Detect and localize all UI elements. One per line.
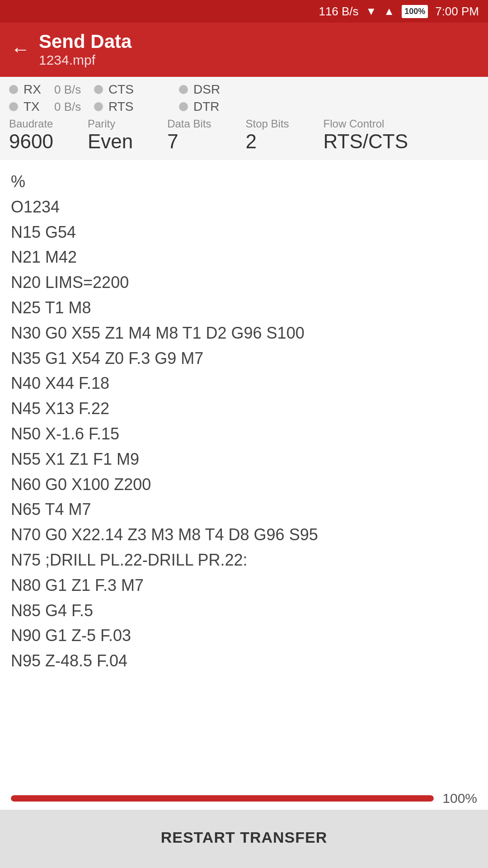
signal-icon: ▲ <box>384 5 394 18</box>
code-line: N55 X1 Z1 F1 M9 <box>11 447 477 472</box>
code-line: N40 X44 F.18 <box>11 371 477 396</box>
tx-indicator <box>9 102 18 111</box>
cts-indicator <box>94 85 103 94</box>
code-line: N25 T1 M8 <box>11 295 477 321</box>
code-line: O1234 <box>11 194 477 220</box>
databits-label: Data Bits <box>167 118 211 130</box>
code-line: N95 Z-48.5 F.04 <box>11 648 477 674</box>
code-line: N15 G54 <box>11 220 477 245</box>
parity-group: Parity Even <box>88 118 133 153</box>
code-line: N80 G1 Z1 F.3 M7 <box>11 573 477 598</box>
app-bar: ← Send Data 1234.mpf <box>0 23 488 77</box>
code-line: N45 X13 F.22 <box>11 396 477 421</box>
code-line: N30 G0 X55 Z1 M4 M8 T1 D2 G96 S100 <box>11 321 477 346</box>
baudrate-group: Baudrate 9600 <box>9 118 53 153</box>
rts-indicator <box>94 102 103 111</box>
databits-group: Data Bits 7 <box>167 118 211 153</box>
serial-settings: Baudrate 9600 Parity Even Data Bits 7 St… <box>0 114 488 160</box>
cts-label: CTS <box>108 82 136 97</box>
parity-value: Even <box>88 130 133 153</box>
tx-label: TX <box>23 99 51 114</box>
rts-label: RTS <box>108 99 136 114</box>
status-bar: 116 B/s ▼ ▲ 100% 7:00 PM <box>0 0 488 23</box>
flowcontrol-group: Flow Control RTS/CTS <box>324 118 408 153</box>
app-bar-subtitle: 1234.mpf <box>39 52 131 68</box>
code-line: N70 G0 X22.14 Z3 M3 M8 T4 D8 G96 S95 <box>11 522 477 547</box>
baudrate-label: Baudrate <box>9 118 53 130</box>
code-line: N50 X-1.6 F.15 <box>11 421 477 447</box>
serial-indicators: RX 0 B/s CTS DSR TX 0 B/s RTS DTR <box>0 77 488 114</box>
code-line: N20 LIMS=2200 <box>11 270 477 295</box>
code-line: % <box>11 169 477 194</box>
code-line: N35 G1 X54 Z0 F.3 G9 M7 <box>11 346 477 371</box>
baudrate-value: 9600 <box>9 130 53 153</box>
code-line: N65 T4 M7 <box>11 497 477 522</box>
bottom-button-area: RESTART TRANSFER <box>0 810 488 868</box>
flowcontrol-value: RTS/CTS <box>324 130 408 153</box>
rx-label: RX <box>23 82 51 97</box>
rx-indicator <box>9 85 18 94</box>
dtr-indicator <box>179 102 188 111</box>
stopbits-group: Stop Bits 2 <box>246 118 289 153</box>
dsr-label: DSR <box>193 82 221 97</box>
stopbits-label: Stop Bits <box>246 118 289 130</box>
battery-icon: 100% <box>402 5 428 18</box>
code-content-area: %O1234N15 G54N21 M42N20 LIMS=2200N25 T1 … <box>0 160 488 783</box>
progress-label: 100% <box>441 791 477 806</box>
app-bar-title: Send Data <box>39 31 131 52</box>
progress-area: 100% <box>0 783 488 810</box>
app-bar-titles: Send Data 1234.mpf <box>39 31 131 68</box>
rx-speed: 0 B/s <box>54 83 90 97</box>
restart-transfer-button[interactable]: RESTART TRANSFER <box>11 818 477 857</box>
flowcontrol-label: Flow Control <box>324 118 408 130</box>
back-button[interactable]: ← <box>11 40 30 59</box>
network-speed: 116 B/s <box>319 5 358 19</box>
tx-speed: 0 B/s <box>54 100 90 114</box>
dsr-indicator <box>179 85 188 94</box>
code-line: N90 G1 Z-5 F.03 <box>11 623 477 648</box>
code-line: N85 G4 F.5 <box>11 598 477 623</box>
databits-value: 7 <box>167 130 211 153</box>
code-line: N21 M42 <box>11 245 477 270</box>
code-line: N75 ;DRILL PL.22-DRILL PR.22: <box>11 547 477 573</box>
parity-label: Parity <box>88 118 133 130</box>
dtr-label: DTR <box>193 99 221 114</box>
stopbits-value: 2 <box>246 130 289 153</box>
progress-bar-container <box>11 795 434 802</box>
clock: 7:00 PM <box>435 5 479 19</box>
progress-bar-fill <box>11 795 434 802</box>
wifi-icon: ▼ <box>366 5 377 18</box>
code-line: N60 G0 X100 Z200 <box>11 472 477 497</box>
